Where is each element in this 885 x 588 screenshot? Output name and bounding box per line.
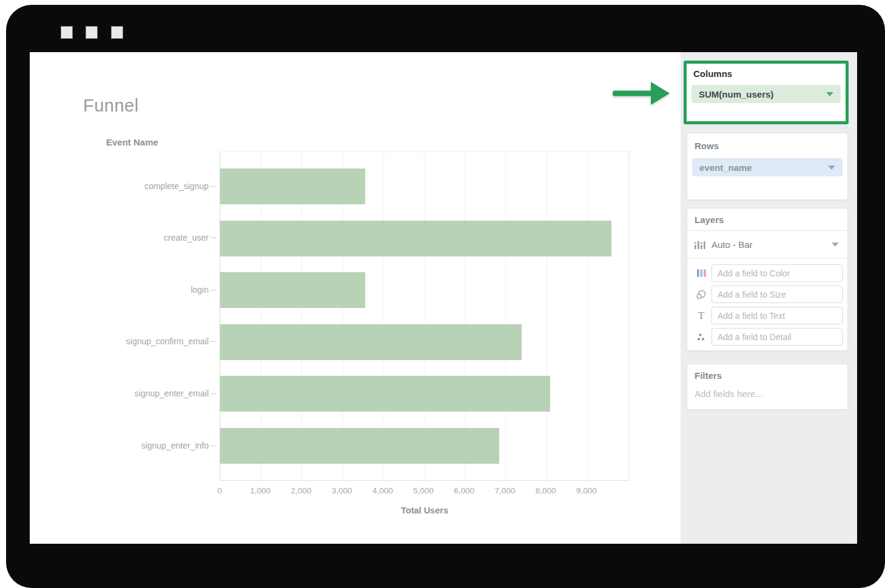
columns-field-label: SUM(num_users) — [699, 89, 773, 99]
filters-section: Filters Add fields here... — [687, 364, 848, 410]
properties-panel: Columns SUM(num_users) Rows event_name L… — [681, 52, 857, 544]
app-window: Funnel Event Name complete_signupcreate_… — [6, 5, 885, 588]
bar-complete_signup[interactable] — [220, 169, 365, 204]
gridline — [505, 152, 506, 480]
bar-login[interactable] — [220, 272, 365, 308]
columns-field-pill[interactable]: SUM(num_users) — [692, 85, 841, 103]
gridline — [547, 152, 547, 480]
bar-signup_enter_email[interactable] — [220, 376, 550, 412]
layer-type-label: Auto - Bar — [712, 239, 753, 250]
text-field-input[interactable] — [712, 307, 843, 324]
columns-header: Columns — [693, 68, 841, 79]
y-axis-title: Event Name — [106, 137, 158, 147]
chart-title: Funnel — [83, 96, 139, 116]
category-label: create_user — [30, 233, 209, 242]
filters-placeholder[interactable]: Add fields here... — [695, 389, 840, 399]
hint-arrow-icon — [613, 82, 670, 105]
content-area: Funnel Event Name complete_signupcreate_… — [30, 52, 857, 544]
layers-section: Layers Auto - Bar — [687, 208, 848, 351]
size-field-input[interactable] — [712, 286, 843, 303]
color-icon — [691, 269, 712, 278]
size-icon — [691, 290, 712, 299]
category-label: signup_enter_email — [30, 389, 209, 398]
text-field-row: T — [691, 307, 843, 324]
filters-header: Filters — [695, 370, 840, 381]
gridline — [587, 152, 588, 480]
window-button-3[interactable] — [111, 26, 123, 39]
category-tick — [210, 186, 217, 187]
category-label: login — [30, 285, 209, 295]
rows-field-pill[interactable]: event_name — [692, 158, 843, 176]
category-tick — [210, 393, 217, 394]
rows-header: Rows — [695, 141, 843, 151]
plot-area — [220, 152, 630, 481]
category-label: signup_enter_info — [30, 441, 209, 450]
color-field-input[interactable] — [712, 264, 843, 282]
rows-section: Rows event_name — [687, 133, 848, 200]
detail-field-row — [691, 328, 843, 346]
window-button-1[interactable] — [61, 26, 73, 39]
gridline — [628, 152, 628, 480]
category-tick — [210, 341, 217, 342]
chevron-down-icon[interactable] — [832, 242, 839, 247]
layer-type-selector[interactable]: Auto - Bar — [687, 231, 847, 258]
size-field-row — [691, 286, 843, 303]
category-label: complete_signup — [30, 181, 209, 191]
chevron-down-icon[interactable] — [826, 92, 833, 96]
titlebar — [6, 5, 885, 52]
x-tick-label: 9,000 — [562, 486, 611, 495]
detail-icon — [691, 333, 712, 341]
rows-field-label: event_name — [699, 162, 752, 173]
columns-section-highlighted: Columns SUM(num_users) — [684, 61, 849, 124]
bar-signup_confirm_email[interactable] — [220, 324, 522, 360]
layers-header: Layers — [687, 209, 847, 231]
category-label: signup_confirm_email — [30, 336, 209, 346]
category-tick — [210, 290, 217, 290]
window-button-2[interactable] — [86, 26, 98, 39]
color-field-row — [691, 264, 843, 282]
bar-signup_enter_info[interactable] — [220, 428, 499, 464]
category-tick — [210, 238, 217, 238]
chart-canvas: Funnel Event Name complete_signupcreate_… — [30, 52, 681, 544]
chevron-down-icon[interactable] — [828, 165, 835, 170]
category-tick — [210, 446, 217, 446]
bar-create_user[interactable] — [220, 221, 611, 256]
detail-field-input[interactable] — [712, 328, 843, 346]
mini-bar-chart-icon — [695, 239, 705, 249]
x-axis-title: Total Users — [376, 506, 473, 515]
text-icon: T — [691, 310, 712, 321]
